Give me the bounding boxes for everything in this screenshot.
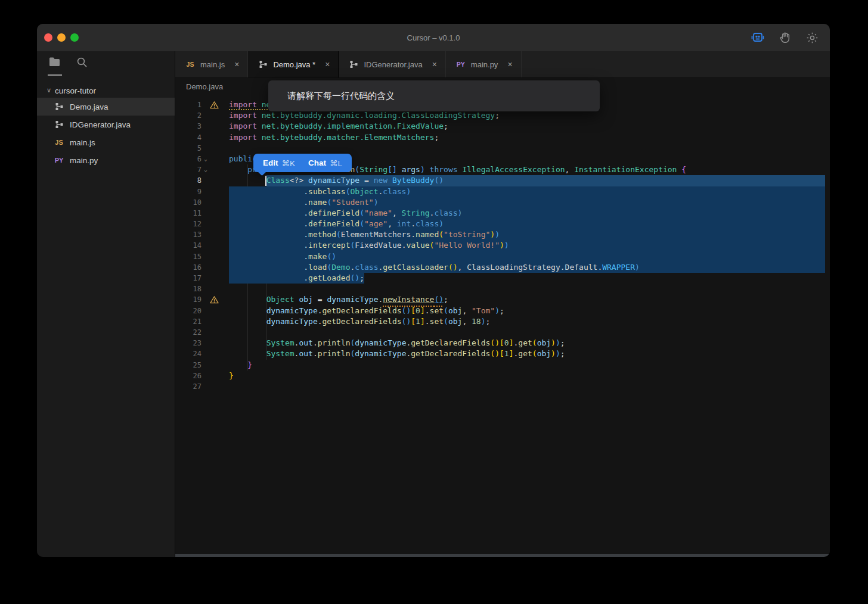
code-text: } (229, 360, 252, 369)
line-content[interactable] (229, 143, 830, 154)
close-window-button[interactable] (44, 33, 52, 42)
line-content[interactable]: .subclass(Object.class) (229, 186, 830, 197)
line-content[interactable]: .defineField("age", int.class) (229, 219, 830, 229)
gutter-icons (202, 294, 229, 305)
gutter-icons (202, 240, 229, 251)
line-content[interactable]: import net.bytebuddy.dynamic.loading.Cla… (229, 110, 830, 121)
line-content[interactable]: .load(Demo.class.getClassLoader(), Class… (229, 262, 830, 273)
line-content[interactable]: System.out.println(dynamicType.getDeclar… (229, 348, 830, 359)
close-icon[interactable]: × (233, 60, 240, 69)
line-content[interactable]: } (229, 360, 830, 371)
line-number: 11 (175, 208, 202, 219)
line-content[interactable]: } (229, 371, 830, 381)
tab-label: main.js (200, 60, 225, 69)
line-content[interactable] (229, 284, 830, 294)
close-icon[interactable]: × (431, 60, 438, 69)
horizontal-scrollbar[interactable] (175, 554, 830, 557)
line-content[interactable]: Object obj = dynamicType.newInstance(); (229, 294, 830, 305)
gutter-icons (202, 338, 229, 348)
text-caret (265, 176, 266, 185)
code-line: 2import net.bytebuddy.dynamic.loading.Cl… (175, 110, 830, 121)
line-number: 14 (175, 240, 202, 251)
line-content[interactable]: .name("Student") (229, 197, 830, 208)
gear-icon[interactable] (805, 31, 819, 45)
line-number: 9 (175, 186, 202, 197)
line-number: 15 (175, 251, 202, 262)
line-content[interactable]: import net.bytebuddy.implementation.Fixe… (229, 121, 830, 132)
line-content[interactable] (229, 327, 830, 338)
tab-label: Demo.java * (273, 60, 315, 69)
gutter-icons (202, 316, 229, 327)
tab-main.js[interactable]: JSmain.js× (175, 51, 248, 77)
tab-Demo.java[interactable]: Demo.java *× (248, 51, 339, 77)
close-icon[interactable]: × (324, 60, 331, 69)
line-content[interactable]: dynamicType.getDeclaredFields()[1].set(o… (229, 316, 830, 327)
line-content[interactable]: System.out.println(dynamicType.getDeclar… (229, 338, 830, 348)
gutter-icons (202, 99, 229, 110)
line-content[interactable]: import net.bytebuddy.matcher.ElementMatc… (229, 132, 830, 143)
line-number: 17 (175, 273, 202, 284)
code-text: import net.bytebuddy.implementation.Fixe… (229, 122, 448, 130)
line-content[interactable]: .intercept(FixedValue.value("Hello World… (229, 240, 830, 251)
java-file-icon (348, 60, 359, 69)
file-label: Demo.java (70, 102, 108, 111)
ai-prompt-overlay[interactable]: 请解释下每一行代码的含义 (268, 80, 600, 111)
explorer-folder-icon[interactable] (49, 57, 61, 72)
line-number: 10 (175, 197, 202, 208)
fold-chevron-icon[interactable]: ⌄ (204, 154, 207, 164)
fold-chevron-icon[interactable]: ⌄ (204, 164, 207, 175)
code-text: .defineField("age", int.class) (229, 219, 444, 228)
code-text: .getLoaded(); (229, 273, 364, 282)
line-number: 25 (175, 360, 202, 371)
line-number: 26 (175, 371, 202, 381)
line-content[interactable]: .make() (229, 251, 830, 262)
line-number: 23 (175, 338, 202, 348)
hand-icon[interactable] (779, 31, 792, 45)
folder-label: cursor-tutor (55, 86, 96, 95)
folder-row-cursor-tutor[interactable]: ∨ cursor-tutor (37, 83, 175, 98)
gutter-icons (202, 175, 229, 186)
line-number: 13 (175, 229, 202, 240)
chat-button[interactable]: Chat ⌘L (308, 158, 342, 168)
zoom-window-button[interactable] (70, 33, 79, 42)
line-content[interactable]: Class<?> dynamicType = new ByteBuddy() (229, 175, 830, 186)
chevron-down-icon: ∨ (46, 86, 51, 94)
code-line: 4import net.bytebuddy.matcher.ElementMat… (175, 132, 830, 143)
line-content[interactable]: .defineField("name", String.class) (229, 208, 830, 219)
code-text: .defineField("name", String.class) (229, 208, 462, 217)
tab-main.py[interactable]: PYmain.py× (446, 51, 522, 77)
minimize-window-button[interactable] (57, 33, 66, 42)
line-content[interactable]: dynamicType.getDeclaredFields()[0].set(o… (229, 306, 830, 316)
search-icon[interactable] (76, 57, 88, 73)
code-line: 10 .name("Student") (175, 197, 830, 208)
line-number: 5 (175, 143, 202, 154)
sidebar-item-main.js[interactable]: JSmain.js (37, 133, 175, 151)
code-text: } (229, 371, 234, 380)
tab-IDGenerator.java[interactable]: IDGenerator.java× (339, 51, 445, 77)
gutter-icons (202, 197, 229, 208)
sidebar-item-IDGenerator.java[interactable]: IDGenerator.java (37, 116, 175, 133)
sidebar-item-main.py[interactable]: PYmain.py (37, 151, 175, 169)
close-icon[interactable]: × (506, 60, 513, 69)
window-title: Cursor – v0.1.0 (37, 33, 830, 42)
editor: JSmain.js×Demo.java *×IDGenerator.java×P… (175, 51, 830, 557)
code-text: .make() (229, 252, 336, 261)
line-content[interactable] (229, 381, 830, 392)
line-content[interactable]: .getLoaded(); (229, 273, 830, 284)
java-file-icon (54, 102, 64, 111)
code-line: 24 System.out.println(dynamicType.getDec… (175, 348, 830, 359)
robot-icon[interactable] (750, 30, 765, 45)
gutter-icons (202, 186, 229, 197)
edit-button[interactable]: Edit ⌘K (263, 158, 295, 168)
line-content[interactable]: .method(ElementMatchers.named("toString"… (229, 229, 830, 240)
code-text: .subclass(Object.class) (229, 187, 411, 196)
py-file-icon: PY (54, 157, 64, 164)
line-number: 24 (175, 348, 202, 359)
cursor-window: Cursor – v0.1.0 (37, 24, 830, 557)
gutter-icons (202, 132, 229, 143)
line-number: 4 (175, 132, 202, 143)
indent-guide (266, 284, 267, 294)
sidebar-item-Demo.java[interactable]: Demo.java (37, 98, 175, 116)
sidebar: ∨ cursor-tutor Demo.javaIDGenerator.java… (37, 51, 175, 557)
js-file-icon: JS (54, 139, 64, 146)
